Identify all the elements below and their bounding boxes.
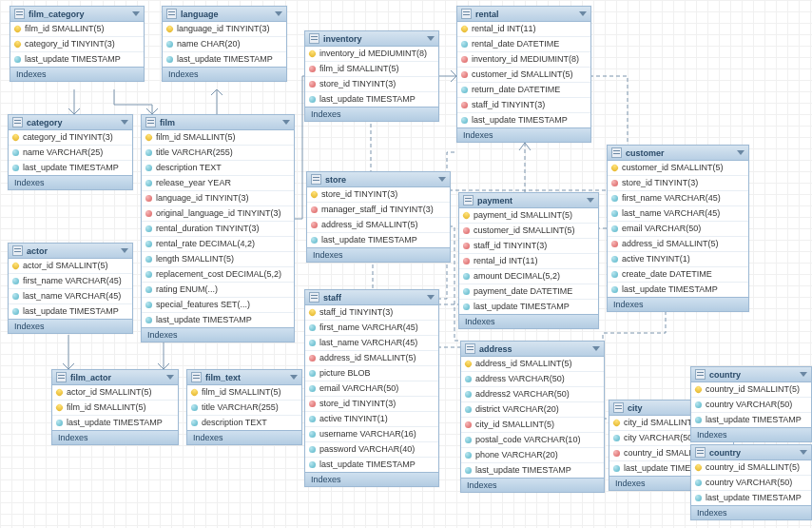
column-row[interactable]: last_update TIMESTAMP	[305, 458, 438, 472]
column-row[interactable]: description TEXT	[187, 416, 301, 430]
column-row[interactable]: payment_id SMALLINT(5)	[459, 208, 598, 224]
column-row[interactable]: film_id SMALLINT(5)	[52, 401, 178, 416]
column-row[interactable]: first_name VARCHAR(45)	[9, 274, 132, 289]
entity-header[interactable]: film_actor	[52, 370, 178, 385]
column-row[interactable]: staff_id TINYINT(3)	[459, 239, 598, 254]
column-row[interactable]: film_id SMALLINT(5)	[187, 385, 301, 401]
indexes-section[interactable]: Indexes	[608, 297, 748, 311]
column-row[interactable]: customer_id SMALLINT(5)	[608, 161, 748, 176]
column-row[interactable]: last_update TIMESTAMP	[10, 52, 144, 67]
column-row[interactable]: language_id TINYINT(3)	[142, 191, 294, 206]
column-row[interactable]: active TINYINT(1)	[305, 412, 438, 427]
indexes-section[interactable]: Indexes	[457, 127, 590, 142]
entity-film_category[interactable]: film_categoryfilm_id SMALLINT(5)category…	[10, 6, 145, 82]
column-row[interactable]: address_id SMALLINT(5)	[307, 218, 450, 233]
indexes-section[interactable]: Indexes	[461, 478, 604, 492]
indexes-section[interactable]: Indexes	[459, 314, 598, 328]
column-row[interactable]: last_name VARCHAR(45)	[9, 289, 132, 304]
column-row[interactable]: return_date DATETIME	[457, 83, 590, 98]
column-row[interactable]: store_id TINYINT(3)	[305, 397, 438, 412]
column-row[interactable]: rental_duration TINYINT(3)	[142, 222, 294, 237]
entity-header[interactable]: language	[163, 7, 286, 22]
column-row[interactable]: category_id TINYINT(3)	[10, 37, 144, 52]
indexes-section[interactable]: Indexes	[52, 430, 178, 444]
entity-header[interactable]: country	[691, 445, 811, 460]
column-row[interactable]: rating ENUM(...)	[142, 283, 294, 298]
column-row[interactable]: last_update TIMESTAMP	[691, 491, 811, 505]
column-row[interactable]: staff_id TINYINT(3)	[457, 98, 590, 113]
column-row[interactable]: rental_date DATETIME	[457, 37, 590, 52]
column-row[interactable]: inventory_id MEDIUMINT(8)	[457, 52, 590, 68]
entity-header[interactable]: store	[307, 172, 450, 187]
entity-country[interactable]: countrycountry_id SMALLINT(5)country VAR…	[690, 366, 812, 442]
column-row[interactable]: first_name VARCHAR(45)	[608, 191, 748, 206]
collapse-icon[interactable]	[290, 375, 298, 380]
entity-header[interactable]: inventory	[305, 31, 438, 47]
column-row[interactable]: last_update TIMESTAMP	[52, 416, 178, 430]
column-row[interactable]: last_update TIMESTAMP	[163, 52, 286, 67]
column-row[interactable]: inventory_id MEDIUMINT(8)	[305, 47, 438, 62]
column-row[interactable]: password VARCHAR(40)	[305, 442, 438, 458]
column-row[interactable]: postal_code VARCHAR(10)	[461, 433, 604, 448]
column-row[interactable]: category_id TINYINT(3)	[9, 130, 132, 146]
column-row[interactable]: film_id SMALLINT(5)	[305, 62, 438, 77]
column-row[interactable]: name CHAR(20)	[163, 37, 286, 52]
entity-header[interactable]: customer	[608, 146, 748, 161]
entity-header[interactable]: address	[461, 342, 604, 357]
entity-header[interactable]: payment	[459, 193, 598, 208]
collapse-icon[interactable]	[800, 450, 807, 455]
column-row[interactable]: country VARCHAR(50)	[691, 398, 811, 413]
entity-actor[interactable]: actoractor_id SMALLINT(5)first_name VARC…	[8, 243, 133, 334]
column-row[interactable]: address_id SMALLINT(5)	[608, 237, 748, 252]
column-row[interactable]: special_features SET(...)	[142, 298, 294, 313]
column-row[interactable]: title VARCHAR(255)	[142, 146, 294, 161]
entity-film_actor[interactable]: film_actoractor_id SMALLINT(5)film_id SM…	[51, 369, 179, 445]
column-row[interactable]: email VARCHAR(50)	[305, 381, 438, 397]
entity-header[interactable]: category	[9, 115, 132, 130]
indexes-section[interactable]: Indexes	[691, 505, 811, 519]
column-row[interactable]: create_date DATETIME	[608, 267, 748, 283]
entity-header[interactable]: country	[691, 367, 811, 382]
entity-rental[interactable]: rentalrental_id INT(11)rental_date DATET…	[456, 6, 591, 143]
column-row[interactable]: last_update TIMESTAMP	[9, 161, 132, 175]
column-row[interactable]: last_update TIMESTAMP	[305, 92, 438, 107]
column-row[interactable]: active TINYINT(1)	[608, 252, 748, 267]
column-row[interactable]: length SMALLINT(5)	[142, 252, 294, 267]
column-row[interactable]: first_name VARCHAR(45)	[305, 321, 438, 336]
column-row[interactable]: address_id SMALLINT(5)	[305, 351, 438, 366]
indexes-section[interactable]: Indexes	[187, 430, 301, 444]
collapse-icon[interactable]	[282, 120, 290, 125]
column-row[interactable]: email VARCHAR(50)	[608, 222, 748, 237]
collapse-icon[interactable]	[737, 150, 744, 155]
entity-payment[interactable]: paymentpayment_id SMALLINT(5)customer_id…	[458, 192, 599, 329]
column-row[interactable]: actor_id SMALLINT(5)	[9, 259, 132, 274]
indexes-section[interactable]: Indexes	[9, 175, 132, 189]
column-row[interactable]: manager_staff_id TINYINT(3)	[307, 203, 450, 218]
entity-country2[interactable]: countrycountry_id SMALLINT(5)country VAR…	[690, 444, 812, 520]
column-row[interactable]: picture BLOB	[305, 366, 438, 381]
column-row[interactable]: customer_id SMALLINT(5)	[459, 224, 598, 239]
column-row[interactable]: title VARCHAR(255)	[187, 401, 301, 416]
indexes-section[interactable]: Indexes	[305, 472, 438, 486]
column-row[interactable]: last_update TIMESTAMP	[457, 113, 590, 127]
indexes-section[interactable]: Indexes	[691, 427, 811, 441]
indexes-section[interactable]: Indexes	[10, 67, 144, 81]
collapse-icon[interactable]	[427, 36, 435, 41]
column-row[interactable]: description TEXT	[142, 161, 294, 176]
column-row[interactable]: last_update TIMESTAMP	[461, 463, 604, 478]
entity-address[interactable]: addressaddress_id SMALLINT(5)address VAR…	[460, 341, 605, 493]
column-row[interactable]: district VARCHAR(20)	[461, 402, 604, 418]
column-row[interactable]: city_id SMALLINT(5)	[461, 418, 604, 433]
column-row[interactable]: language_id TINYINT(3)	[163, 22, 286, 37]
column-row[interactable]: store_id TINYINT(3)	[608, 176, 748, 191]
indexes-section[interactable]: Indexes	[163, 67, 286, 81]
column-row[interactable]: store_id TINYINT(3)	[305, 77, 438, 92]
column-row[interactable]: rental_id INT(11)	[457, 22, 590, 37]
column-row[interactable]: last_name VARCHAR(45)	[305, 336, 438, 351]
column-row[interactable]: name VARCHAR(25)	[9, 146, 132, 161]
entity-header[interactable]: rental	[457, 7, 590, 22]
entity-category[interactable]: categorycategory_id TINYINT(3)name VARCH…	[8, 114, 133, 190]
collapse-icon[interactable]	[587, 198, 594, 203]
entity-staff[interactable]: staffstaff_id TINYINT(3)first_name VARCH…	[304, 289, 439, 487]
column-row[interactable]: amount DECIMAL(5,2)	[459, 269, 598, 284]
